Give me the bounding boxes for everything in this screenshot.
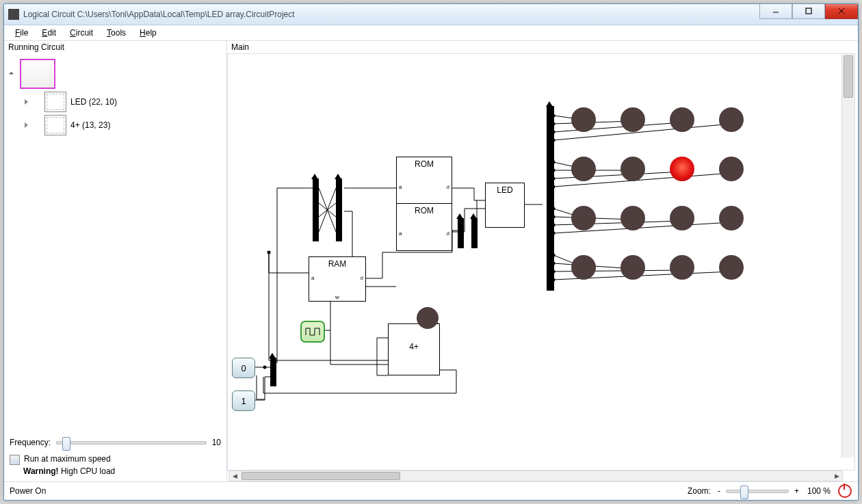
tree-label: LED (22, 10) (70, 97, 117, 107)
menu-tools[interactable]: Tools (101, 27, 131, 39)
led-output (571, 255, 596, 280)
run-max-checkbox[interactable] (10, 455, 20, 465)
svg-rect-1 (806, 8, 811, 14)
zoom-slider[interactable] (726, 490, 789, 493)
tree-item-led[interactable]: LED (22, 10) (8, 92, 222, 112)
led-output (719, 107, 744, 132)
block-label: ROM (397, 204, 452, 215)
frequency-slider[interactable] (56, 441, 207, 445)
led-output (571, 107, 596, 132)
counter-block[interactable]: 4+ (388, 323, 440, 375)
circuit-canvas[interactable]: 0 1 ROM a d (227, 53, 855, 470)
expander-icon[interactable] (25, 122, 28, 128)
menubar: File Edit Circuit Tools Help (4, 25, 858, 41)
tree-item-main[interactable] (8, 59, 222, 89)
horizontal-scrollbar[interactable]: ◀ ▶ (228, 470, 843, 481)
app-window: Logical Circuit C:\Users\Toni\AppData\Lo… (3, 3, 859, 501)
frequency-value: 10 (212, 438, 221, 447)
circuit-thumb (44, 92, 66, 112)
led-output (719, 157, 744, 181)
constant-0[interactable]: 0 (232, 358, 255, 378)
zoom-value: 100 % (807, 486, 831, 496)
block-label: LED (486, 183, 524, 195)
led-output (621, 107, 645, 132)
menu-circuit[interactable]: Circuit (64, 27, 99, 39)
led-output (621, 157, 645, 181)
block-label: 4+ (389, 324, 439, 352)
statusbar: Power On Zoom: - + 100 % (4, 481, 858, 500)
led-output (670, 107, 694, 132)
splitter-tri-icon (470, 213, 477, 219)
splitter-bus[interactable] (547, 106, 554, 291)
splitter[interactable] (270, 358, 276, 386)
circuit-thumb (44, 115, 66, 135)
clock-source[interactable] (300, 321, 325, 343)
zoom-plus[interactable]: + (794, 486, 799, 496)
maximize-button[interactable] (792, 3, 825, 19)
frequency-label: Frequency: (10, 438, 51, 447)
power-status: Power On (10, 486, 46, 496)
run-max-label: Run at maximum speed (24, 454, 111, 464)
minimize-button[interactable] (759, 3, 792, 19)
constant-1[interactable]: 1 (232, 390, 255, 411)
zoom-minus[interactable]: - (718, 486, 720, 496)
led-output-on (670, 157, 694, 181)
led-output (670, 206, 694, 230)
vertical-scrollbar[interactable] (841, 54, 854, 457)
zoom-label: Zoom: (688, 486, 711, 496)
canvas-title: Main (227, 41, 858, 53)
indicator-led (417, 307, 439, 329)
block-label: RAM (309, 257, 365, 269)
scrollbar-thumb[interactable] (241, 472, 400, 480)
sidebar: Running Circuit LED (22, 10) 4+ (13, 2 (4, 41, 227, 481)
led-output (670, 255, 694, 280)
rom-block-2[interactable]: ROM a d (396, 203, 452, 251)
app-icon (8, 9, 19, 20)
frequency-row: Frequency: 10 (4, 434, 226, 451)
circuit-tree[interactable]: LED (22, 10) 4+ (13, 23) (4, 53, 226, 434)
cpu-warning: Warning! High CPU load (4, 466, 226, 481)
sidebar-header: Running Circuit (4, 41, 226, 53)
power-icon (838, 484, 852, 498)
main-area: Main (227, 41, 858, 481)
led-output (719, 206, 744, 230)
led-output (571, 206, 596, 230)
led-output (571, 157, 596, 181)
splitter-tri-icon (269, 353, 276, 358)
slider-thumb[interactable] (62, 437, 70, 451)
block-label: ROM (397, 157, 452, 169)
running-circuit-thumb[interactable] (20, 59, 55, 89)
led-output (621, 255, 645, 280)
expander-icon[interactable] (25, 99, 28, 105)
splitter[interactable] (471, 218, 478, 248)
splitter-tri-icon (456, 213, 463, 219)
splitter[interactable] (458, 218, 464, 248)
splitter-tri-icon (546, 101, 553, 107)
power-button[interactable] (837, 483, 852, 499)
ram-block[interactable]: RAM a d w (309, 256, 366, 302)
led-output (621, 206, 645, 230)
expander-icon[interactable] (9, 71, 14, 76)
tree-label: 4+ (13, 23) (70, 120, 110, 130)
led-block[interactable]: LED (485, 183, 525, 228)
scroll-left-icon[interactable]: ◀ (229, 471, 240, 481)
rom-block-1[interactable]: ROM a d (396, 157, 452, 204)
slider-thumb[interactable] (740, 486, 748, 499)
tree-item-4plus[interactable]: 4+ (13, 23) (8, 115, 222, 135)
scroll-right-icon[interactable]: ▶ (831, 471, 842, 481)
menu-file[interactable]: File (10, 27, 34, 39)
scrollbar-thumb[interactable] (844, 55, 853, 98)
titlebar[interactable]: Logical Circuit C:\Users\Toni\AppData\Lo… (4, 4, 858, 25)
menu-edit[interactable]: Edit (36, 27, 62, 39)
window-title: Logical Circuit C:\Users\Toni\AppData\Lo… (23, 10, 759, 19)
menu-help[interactable]: Help (134, 27, 162, 39)
close-button[interactable] (825, 3, 858, 19)
led-output (719, 255, 744, 280)
